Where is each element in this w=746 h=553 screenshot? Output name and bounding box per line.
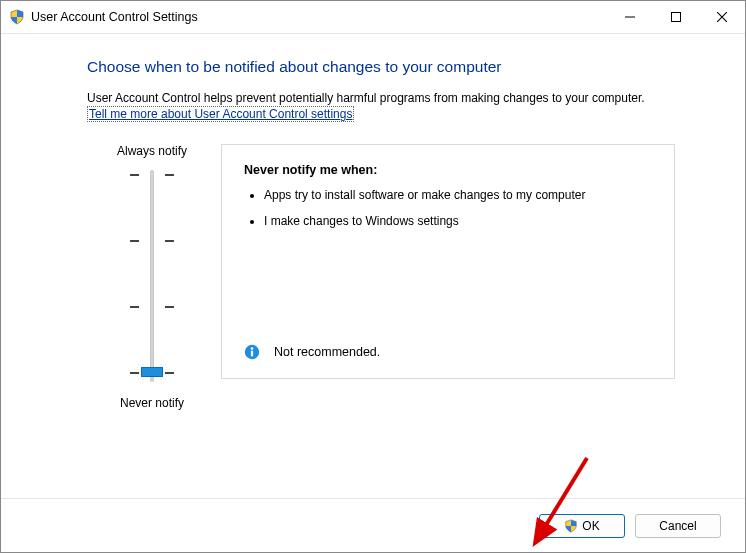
- shield-icon: [9, 9, 25, 25]
- window-title: User Account Control Settings: [31, 10, 198, 24]
- cancel-button-label: Cancel: [659, 519, 696, 533]
- slider-tick: [165, 306, 174, 308]
- description-text: User Account Control helps prevent poten…: [87, 91, 645, 105]
- uac-slider[interactable]: [112, 166, 192, 386]
- page-heading: Choose when to be notified about changes…: [87, 58, 705, 76]
- slider-tick: [130, 240, 139, 242]
- body-area: Always notify Never notify Never notify …: [87, 144, 705, 410]
- slider-label-bottom: Never notify: [87, 396, 217, 410]
- slider-tick: [165, 174, 174, 176]
- ok-button[interactable]: OK: [539, 514, 625, 538]
- panel-heading: Never notify me when:: [244, 163, 652, 177]
- slider-tick: [130, 306, 139, 308]
- svg-point-5: [251, 348, 254, 351]
- page-description: User Account Control helps prevent poten…: [87, 90, 705, 122]
- minimize-button[interactable]: [607, 1, 653, 34]
- slider-label-top: Always notify: [87, 144, 217, 158]
- slider-tick: [165, 240, 174, 242]
- svg-rect-6: [251, 351, 253, 357]
- svg-rect-1: [672, 13, 681, 22]
- slider-tick: [130, 174, 139, 176]
- slider-column: Always notify Never notify: [87, 144, 217, 410]
- shield-icon: [564, 519, 578, 533]
- info-panel: Never notify me when: Apps try to instal…: [221, 144, 675, 379]
- uac-settings-window: User Account Control Settings Choose whe…: [0, 0, 746, 553]
- close-button[interactable]: [699, 1, 745, 34]
- slider-thumb[interactable]: [141, 367, 163, 377]
- panel-list: Apps try to install software or make cha…: [244, 187, 652, 230]
- cancel-button[interactable]: Cancel: [635, 514, 721, 538]
- ok-button-label: OK: [582, 519, 599, 533]
- info-icon: [244, 344, 260, 360]
- panel-list-item: Apps try to install software or make cha…: [264, 187, 652, 204]
- slider-tick: [165, 372, 174, 374]
- slider-tick: [130, 372, 139, 374]
- maximize-button[interactable]: [653, 1, 699, 34]
- titlebar: User Account Control Settings: [1, 1, 745, 34]
- footer: OK Cancel: [1, 498, 745, 552]
- content-area: Choose when to be notified about changes…: [1, 34, 745, 498]
- panel-list-item: I make changes to Windows settings: [264, 213, 652, 230]
- recommendation-row: Not recommended.: [244, 344, 380, 360]
- recommendation-text: Not recommended.: [274, 345, 380, 359]
- slider-track: [150, 170, 154, 382]
- learn-more-link[interactable]: Tell me more about User Account Control …: [87, 106, 354, 122]
